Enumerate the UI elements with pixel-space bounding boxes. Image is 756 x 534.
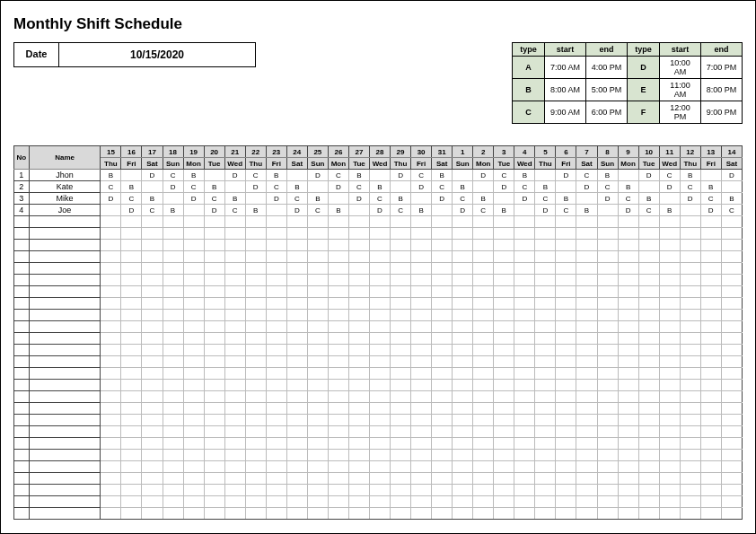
- shift-cell: [680, 310, 700, 321]
- shift-cell: [597, 450, 618, 461]
- shift-cell: B: [514, 170, 535, 181]
- row-no: [14, 216, 30, 228]
- shift-cell: [224, 263, 245, 275]
- shift-cell: [556, 485, 576, 496]
- shift-cell: [307, 321, 328, 333]
- header-dow: Thu: [680, 158, 700, 170]
- header-dow: Sun: [597, 158, 618, 170]
- shift-cell: [245, 298, 266, 310]
- row-no: [14, 321, 30, 333]
- shift-cell: [286, 391, 307, 403]
- shift-cell: [700, 461, 721, 473]
- shift-cell: [535, 415, 556, 426]
- shift-cell: [163, 380, 183, 391]
- header-dow: Tue: [494, 158, 514, 170]
- row-no: [14, 461, 30, 473]
- shift-cell: B: [286, 181, 307, 193]
- shift-cell: [101, 391, 121, 403]
- shift-cell: [432, 415, 453, 426]
- shift-cell: [597, 438, 618, 450]
- shift-cell: [121, 426, 142, 438]
- shift-cell: [618, 275, 638, 286]
- shift-cell: D: [473, 170, 494, 181]
- shift-cell: [597, 333, 618, 345]
- shift-cell: [369, 485, 390, 496]
- shift-cell: [391, 240, 411, 251]
- row-no: [14, 508, 30, 520]
- shift-cell: [348, 485, 369, 496]
- shift-cell: [700, 240, 721, 251]
- shift-cell: [659, 263, 680, 275]
- shift-cell: C: [121, 193, 142, 205]
- shift-cell: [101, 426, 121, 438]
- shift-cell: [576, 321, 597, 333]
- shift-cell: [121, 508, 142, 520]
- shift-cell: [183, 240, 204, 251]
- header-date: 6: [556, 146, 576, 158]
- shift-cell: [348, 240, 369, 251]
- shift-cell: [638, 181, 659, 193]
- shift-cell: [369, 391, 390, 403]
- shift-cell: [432, 356, 453, 368]
- shift-cell: [101, 345, 121, 356]
- shift-cell: [597, 216, 618, 228]
- header-date: 5: [535, 146, 556, 158]
- shift-cell: [494, 333, 514, 345]
- shift-cell: [597, 205, 618, 216]
- shift-cell: [453, 415, 473, 426]
- shift-cell: [307, 310, 328, 321]
- shift-cell: [453, 508, 473, 520]
- shift-cell: [391, 508, 411, 520]
- shift-cell: [659, 298, 680, 310]
- shift-cell: [142, 263, 163, 275]
- table-row: [14, 368, 743, 380]
- shift-cell: [121, 356, 142, 368]
- shift-cell: [142, 391, 163, 403]
- shift-cell: D: [659, 181, 680, 193]
- header-date: 12: [680, 146, 700, 158]
- table-row: [14, 228, 743, 240]
- shift-cell: [411, 345, 432, 356]
- shift-cell: [266, 438, 286, 450]
- shift-cell: [514, 356, 535, 368]
- shift-cell: C: [700, 193, 721, 205]
- shift-cell: [432, 263, 453, 275]
- date-field: Date 10/15/2020: [13, 42, 256, 67]
- shift-cell: [142, 426, 163, 438]
- header-date: 25: [307, 146, 328, 158]
- shift-cell: [411, 228, 432, 240]
- shift-cell: [514, 473, 535, 485]
- shift-cell: [266, 473, 286, 485]
- table-row: [14, 345, 743, 356]
- shift-cell: [576, 286, 597, 298]
- shift-cell: [556, 275, 576, 286]
- shift-cell: B: [721, 193, 742, 205]
- shift-cell: [142, 380, 163, 391]
- table-row: 3MikeDCBDCBDCBDCBDCBDCBDCBDCB: [14, 193, 743, 205]
- header-dow: Fri: [556, 158, 576, 170]
- row-no: [14, 345, 30, 356]
- shift-cell: [659, 216, 680, 228]
- shift-cell: [307, 251, 328, 263]
- shift-cell: [494, 263, 514, 275]
- shift-cell: [700, 228, 721, 240]
- shift-cell: [638, 251, 659, 263]
- shift-cell: [101, 321, 121, 333]
- row-name: [29, 380, 101, 391]
- shift-cell: [659, 228, 680, 240]
- header-dow: Thu: [391, 158, 411, 170]
- shift-cell: [494, 461, 514, 473]
- shift-cell: [638, 380, 659, 391]
- header-date: 2: [473, 146, 494, 158]
- shift-cell: [494, 193, 514, 205]
- shift-cell: [721, 496, 742, 508]
- shift-cell: [328, 321, 348, 333]
- shift-cell: [473, 275, 494, 286]
- row-name: [29, 438, 101, 450]
- shift-cell: [411, 438, 432, 450]
- shift-cell: [411, 263, 432, 275]
- shift-cell: [494, 286, 514, 298]
- header-date: 3: [494, 146, 514, 158]
- header-dow: Wed: [369, 158, 390, 170]
- shift-end-cell: 6:00 PM: [586, 101, 628, 124]
